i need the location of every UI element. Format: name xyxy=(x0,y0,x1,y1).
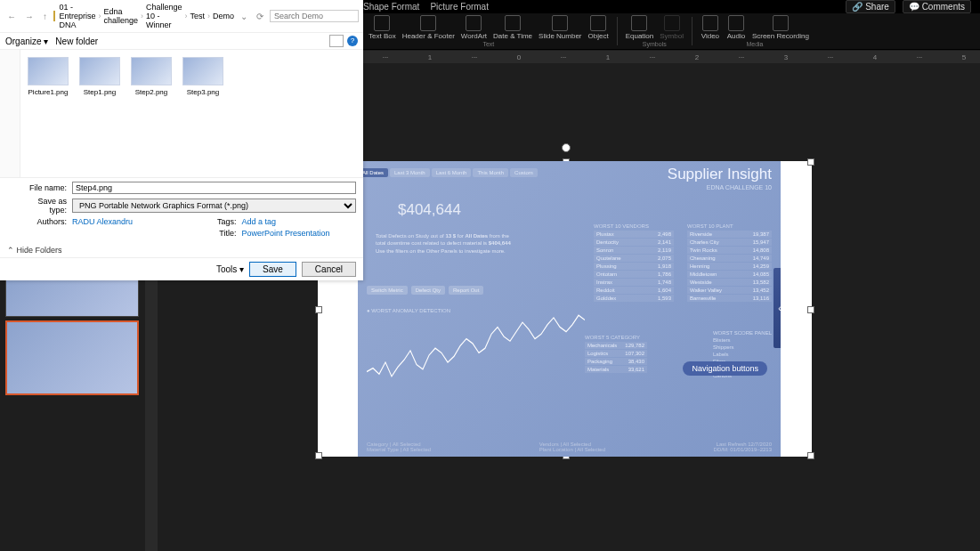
cancel-button[interactable]: Cancel xyxy=(302,262,356,277)
ribbon-group-media: Media xyxy=(746,41,763,47)
vendors-panel: WORST 10 VENDORSPlustax2,498Dentocity2,1… xyxy=(594,223,674,303)
hide-folders-button[interactable]: ⌃ Hide Folders xyxy=(0,243,363,257)
category-panel: WORST 5 CATEGORYMechanicals129,782Logist… xyxy=(585,335,647,374)
datetime-button[interactable]: Date & Time xyxy=(491,15,534,40)
audio-button[interactable]: Audio xyxy=(725,15,748,40)
forward-button[interactable]: → xyxy=(22,12,36,21)
dialog-fields: File name: Save as type: PNG Portable Ne… xyxy=(0,177,363,243)
help-button[interactable]: ? xyxy=(347,36,358,46)
dash-kpi: $404,644 xyxy=(398,201,461,219)
ribbon-tab-row: Shape Format Picture Format xyxy=(363,0,489,13)
tools-button[interactable]: Tools ▾ xyxy=(216,264,244,274)
anomaly-chart xyxy=(367,304,585,421)
plants-panel: WORST 10 PLANTRiverside19,387Charles Cit… xyxy=(687,223,772,303)
refresh-button[interactable]: ⟳ xyxy=(254,12,266,21)
textbox-button[interactable]: Text Box xyxy=(367,15,398,40)
dash-subtitle: EDNA CHALLENGE 10 xyxy=(707,184,772,190)
ribbon-group-text: Text xyxy=(482,41,494,47)
dash-summary: Total Defects on Study out of 13 $ for A… xyxy=(376,232,514,255)
dialog-toolbar: Organize ▾ New folder ? xyxy=(0,33,363,50)
filetype-label: Save as type: xyxy=(22,197,67,215)
resize-handle[interactable] xyxy=(807,158,814,166)
slide-thumbnail-active[interactable] xyxy=(5,320,139,395)
tags-label: Tags: xyxy=(192,217,237,226)
filetype-select[interactable]: PNG Portable Network Graphics Format (*.… xyxy=(72,199,356,213)
dash-title: Supplier Insight xyxy=(668,166,772,183)
dash-buttons: Switch MetricDefect QtyReport Out xyxy=(367,286,483,295)
file-item[interactable]: Step1.png xyxy=(79,57,120,96)
resize-handle[interactable] xyxy=(315,306,322,313)
title-label: Title: xyxy=(192,229,237,238)
file-item[interactable]: Picture1.png xyxy=(28,57,69,96)
tab-picture-format[interactable]: Picture Format xyxy=(430,2,489,12)
symbol-button[interactable]: Symbol xyxy=(658,15,685,40)
resize-handle[interactable] xyxy=(807,306,814,313)
nav-strip: ‹ xyxy=(773,268,781,348)
filename-label: File name: xyxy=(22,183,67,192)
dialog-nav: ← → ↑ 01 - Entreprise DNA›Edna challenge… xyxy=(0,0,363,33)
comments-button[interactable]: 💬 Comments xyxy=(903,0,971,13)
dashboard-image: Supplier Insight EDNA CHALLENGE 10 All D… xyxy=(358,161,781,457)
file-item[interactable]: Step2.png xyxy=(131,57,172,96)
dialog-actions: Tools ▾ Save Cancel xyxy=(0,257,363,280)
file-item[interactable]: Step3.png xyxy=(182,57,223,96)
back-button[interactable]: ← xyxy=(4,12,19,21)
callout-shape[interactable]: Navigation buttons xyxy=(683,361,767,376)
slide[interactable]: Supplier Insight EDNA CHALLENGE 10 All D… xyxy=(318,161,812,457)
object-button[interactable]: Object xyxy=(587,15,611,40)
ribbon-group-symbols: Symbols xyxy=(643,41,667,47)
screenrec-button[interactable]: Screen Recording xyxy=(750,15,811,40)
title-value[interactable]: PowerPoint Presentation xyxy=(242,229,357,238)
resize-handle[interactable] xyxy=(315,452,322,459)
slide-thumbnail-panel xyxy=(0,280,144,551)
dropdown-icon[interactable]: ⌄ xyxy=(238,12,250,21)
new-folder-button[interactable]: New folder xyxy=(55,36,98,46)
authors-value[interactable]: RADU Alexandru xyxy=(72,217,187,226)
dash-footer: Category | All SelectedMaterial Type | A… xyxy=(367,442,772,452)
breadcrumb[interactable]: 01 - Entreprise DNA›Edna challenge›Chall… xyxy=(59,3,234,29)
header-footer-button[interactable]: Header & Footer xyxy=(401,15,457,40)
share-button[interactable]: 🔗 Share xyxy=(846,0,895,13)
file-list[interactable]: Picture1.pngStep1.pngStep2.pngStep3.png xyxy=(20,50,363,177)
filename-input[interactable] xyxy=(72,182,356,194)
ribbon: Text Box Header & Footer WordArt Date & … xyxy=(363,13,980,50)
rotate-handle-icon[interactable] xyxy=(562,143,571,152)
slide-thumbnail[interactable] xyxy=(5,280,139,317)
folder-icon xyxy=(53,11,55,21)
up-button[interactable]: ↑ xyxy=(40,12,50,21)
horizontal-ruler: ···1···0···1···2···3···4···5···6···7···8… xyxy=(363,51,980,63)
tags-value[interactable]: Add a tag xyxy=(242,217,357,226)
slidenumber-button[interactable]: Slide Number xyxy=(537,15,583,40)
tab-shape-format[interactable]: Shape Format xyxy=(363,2,419,12)
view-button[interactable] xyxy=(329,35,344,47)
folder-tree[interactable] xyxy=(0,50,20,177)
authors-label: Authors: xyxy=(22,217,67,226)
search-input[interactable] xyxy=(270,10,359,22)
equation-button[interactable]: Equation xyxy=(624,15,656,40)
resize-handle[interactable] xyxy=(807,452,814,459)
wordart-button[interactable]: WordArt xyxy=(459,15,489,40)
video-button[interactable]: Video xyxy=(699,15,722,40)
save-as-dialog: ← → ↑ 01 - Entreprise DNA›Edna challenge… xyxy=(0,0,363,280)
save-button[interactable]: Save xyxy=(249,262,296,277)
organize-button[interactable]: Organize ▾ xyxy=(5,36,48,46)
dash-tabs: All DatesLast 3 MonthLast 6 MonthThis Mo… xyxy=(358,168,538,177)
